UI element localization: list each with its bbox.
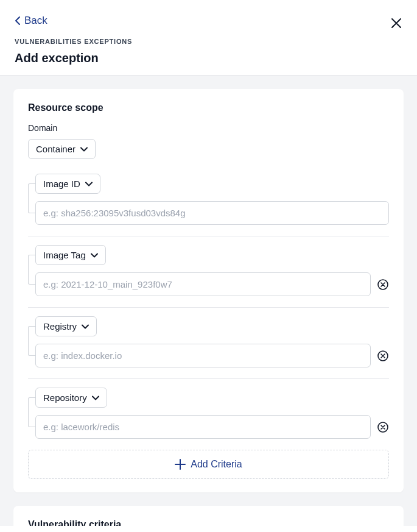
criteria-value-input[interactable] (35, 415, 371, 439)
chevron-down-icon (80, 147, 88, 152)
criteria-type-select[interactable]: Repository (35, 388, 107, 408)
breadcrumb: VULNERABILITIES EXCEPTIONS (15, 38, 402, 45)
criteria-type-label: Image Tag (43, 250, 86, 260)
chevron-down-icon (91, 253, 98, 258)
close-icon (391, 18, 402, 29)
chevron-left-icon (15, 16, 21, 26)
remove-criteria-button[interactable] (377, 421, 389, 433)
criteria-type-select[interactable]: Image Tag (35, 245, 106, 265)
page-title: Add exception (15, 51, 402, 65)
back-button[interactable]: Back (15, 15, 402, 27)
criteria-type-select[interactable]: Registry (35, 316, 97, 336)
body-area: Resource scope Domain Container Image ID (0, 76, 417, 526)
criteria-type-label: Registry (43, 321, 77, 332)
add-criteria-label: Add Criteria (191, 459, 242, 470)
remove-criteria-button[interactable] (377, 350, 389, 362)
criteria-group: Repository (28, 378, 389, 439)
criteria-type-select[interactable]: Image ID (35, 174, 100, 194)
add-criteria-button[interactable]: Add Criteria (28, 450, 389, 479)
resource-scope-panel: Resource scope Domain Container Image ID (13, 89, 404, 492)
domain-select[interactable]: Container (28, 139, 96, 159)
chevron-down-icon (92, 395, 99, 400)
criteria-value-input[interactable] (35, 272, 371, 296)
criteria-type-label: Repository (43, 392, 87, 403)
close-button[interactable] (390, 17, 402, 29)
chevron-down-icon (82, 324, 89, 329)
vulnerability-criteria-title: Vulnerability criteria (28, 519, 389, 526)
criteria-type-label: Image ID (43, 179, 80, 189)
chevron-down-icon (85, 182, 93, 186)
criteria-group: Registry (28, 307, 389, 367)
criteria-value-input[interactable] (35, 201, 389, 225)
page-header: Back VULNERABILITIES EXCEPTIONS Add exce… (0, 0, 417, 76)
resource-scope-title: Resource scope (28, 102, 389, 113)
remove-icon (377, 279, 388, 290)
remove-icon (377, 422, 388, 433)
remove-icon (377, 350, 388, 361)
criteria-group: Image Tag (28, 236, 389, 296)
criteria-value-input[interactable] (35, 344, 371, 367)
plus-icon (175, 459, 186, 470)
domain-label: Domain (28, 123, 389, 133)
back-label: Back (24, 15, 47, 27)
criteria-group: Image ID (28, 165, 389, 225)
domain-select-value: Container (36, 144, 75, 154)
remove-criteria-button[interactable] (377, 278, 389, 291)
vulnerability-criteria-panel: Vulnerability criteria (13, 506, 404, 526)
